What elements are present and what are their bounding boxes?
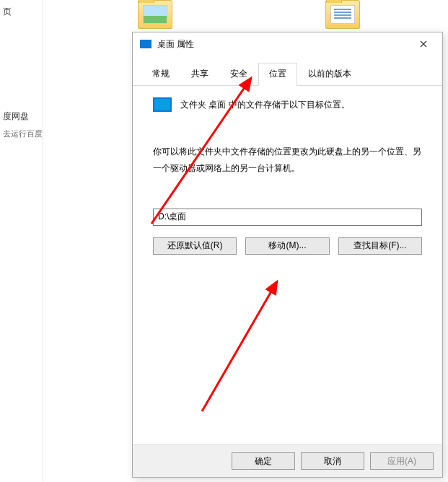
tab-share[interactable]: 共享 — [180, 63, 219, 86]
apply-button[interactable]: 应用(A) — [370, 452, 434, 470]
location-heading: 文件夹 桌面 中的文件存储于以下目标位置。 — [180, 99, 350, 111]
nav-item[interactable]: 度网盘 — [0, 108, 43, 126]
folder-icon — [138, 0, 172, 29]
move-button[interactable]: 移动(M)... — [245, 237, 329, 255]
tab-security[interactable]: 安全 — [219, 63, 258, 86]
location-path-input[interactable] — [153, 209, 422, 226]
nav-item[interactable]: 页 — [0, 3, 43, 21]
properties-dialog: 桌面 属性 常规 共享 安全 位置 以前的版本 文件夹 桌面 中的文件存储于以下… — [132, 32, 443, 478]
titlebar: 桌面 属性 — [133, 32, 442, 56]
tab-general[interactable]: 常规 — [141, 63, 180, 86]
dialog-footer: 确定 取消 应用(A) — [133, 444, 442, 477]
location-description: 你可以将此文件夹中文件存储的位置更改为此硬盘上的另一个位置、另一个驱动器或网络上… — [153, 144, 422, 177]
ok-button[interactable]: 确定 — [232, 452, 295, 470]
desktop-icon — [140, 40, 151, 48]
nav-pane: 页 度网盘 去运行百度网盘 — [0, 0, 43, 482]
desktop-monitor-icon — [153, 97, 172, 112]
cancel-button[interactable]: 取消 — [301, 452, 364, 470]
close-button[interactable] — [408, 34, 439, 54]
find-target-button[interactable]: 查找目标(F)... — [338, 237, 422, 255]
tab-previous-versions[interactable]: 以前的版本 — [297, 63, 362, 86]
restore-defaults-button[interactable]: 还原默认值(R) — [153, 237, 237, 255]
folder-icon — [325, 0, 360, 29]
dialog-title: 桌面 属性 — [157, 38, 408, 51]
close-icon — [420, 40, 427, 48]
location-buttons: 还原默认值(R) 移动(M)... 查找目标(F)... — [153, 237, 422, 255]
tab-location[interactable]: 位置 — [258, 63, 297, 86]
tab-panel-location: 文件夹 桌面 中的文件存储于以下目标位置。 你可以将此文件夹中文件存储的位置更改… — [133, 86, 442, 444]
tab-strip: 常规 共享 安全 位置 以前的版本 — [133, 56, 442, 86]
nav-hint: 去运行百度网盘 — [0, 126, 43, 142]
